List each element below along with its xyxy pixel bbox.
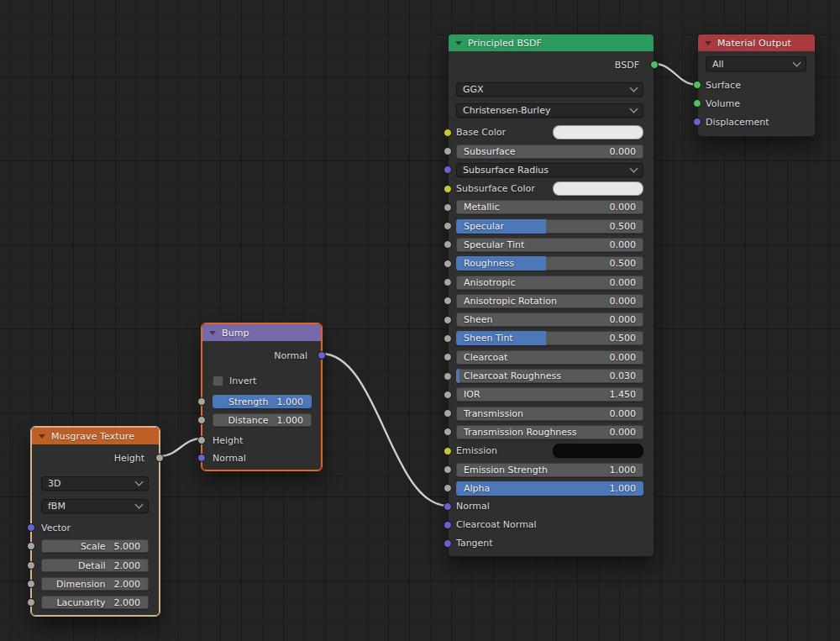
principled-bsdf-slider-sheen-tint[interactable]: Sheen Tint0.500: [456, 331, 643, 345]
musgrave-texture-dropdown-fbm[interactable]: fBM: [41, 499, 149, 513]
wire-bump-normal-to-principled-bsdf-normal: [322, 354, 448, 506]
musgrave-texture-input-scale-socket[interactable]: [27, 542, 35, 550]
material-output-node[interactable]: Material OutputAllSurfaceVolumeDisplacem…: [697, 34, 816, 137]
bump-input-distance-socket[interactable]: [197, 416, 206, 424]
bump-node[interactable]: BumpNormalInvertStrength1.000Distance1.0…: [202, 323, 322, 470]
principled-bsdf-color-swatch-emission[interactable]: [553, 444, 643, 458]
principled-bsdf-input-base-color-socket[interactable]: [444, 129, 452, 137]
musgrave-texture-input-row-vector: Vector: [41, 520, 149, 535]
principled-bsdf-color-swatch-subsurface-color[interactable]: [553, 181, 643, 196]
principled-bsdf-input-subsurface-color-socket[interactable]: [444, 185, 452, 193]
material-output-row-dropdown: All: [706, 56, 806, 71]
bump-input-normal-socket[interactable]: [197, 454, 206, 462]
collapse-triangle-icon[interactable]: [39, 434, 45, 439]
bump-slider-distance[interactable]: Distance1.000: [213, 413, 312, 427]
musgrave-texture-output-height-socket[interactable]: [155, 454, 164, 462]
principled-bsdf-slider-anisotropic-rotation[interactable]: Anisotropic Rotation0.000: [456, 294, 643, 308]
principled-bsdf-slider-transmission-roughness[interactable]: Transmission Roughness0.000: [456, 425, 643, 439]
bump-input-height-socket[interactable]: [197, 436, 206, 444]
principled-bsdf-node[interactable]: Principled BSDFBSDFGGXChristensen-Burley…: [448, 34, 654, 557]
slider-label: Distance: [228, 415, 268, 426]
bump-input-row-normal: Normal: [213, 450, 312, 465]
principled-bsdf-slider-clearcoat[interactable]: Clearcoat0.000: [456, 350, 643, 365]
principled-bsdf-row-base-color: Base Color: [456, 125, 643, 139]
principled-bsdf-dropdown-christensen-burley[interactable]: Christensen-Burley: [456, 103, 643, 118]
slider-label: Anisotropic Rotation: [464, 296, 557, 307]
musgrave-texture-slider-scale[interactable]: Scale5.000: [41, 539, 149, 553]
principled-bsdf-output-bsdf-socket[interactable]: [650, 60, 659, 69]
principled-bsdf-input-anisotropic-rotation-socket[interactable]: [444, 297, 452, 305]
slider-value: 5.000: [114, 541, 141, 552]
bump-input-strength-socket[interactable]: [197, 397, 206, 406]
principled-bsdf-input-specular-socket[interactable]: [444, 222, 452, 230]
node-editor-canvas[interactable]: Musgrave TextureHeight3DfBMVectorScale5.…: [0, 0, 840, 641]
principled-bsdf-slider-transmission[interactable]: Transmission0.000: [456, 407, 643, 421]
principled-bsdf-input-clearcoat-normal-socket[interactable]: [444, 521, 452, 529]
principled-bsdf-input-clearcoat-roughness-socket[interactable]: [444, 372, 452, 381]
musgrave-texture-slider-detail[interactable]: Detail2.000: [41, 559, 149, 572]
musgrave-texture-header[interactable]: Musgrave Texture: [32, 428, 159, 444]
principled-bsdf-slider-specular-tint[interactable]: Specular Tint0.000: [456, 238, 643, 252]
principled-bsdf-input-emission-socket[interactable]: [444, 447, 452, 455]
principled-bsdf-slider-sheen[interactable]: Sheen0.000: [456, 313, 643, 327]
slider-value: 1.450: [610, 389, 637, 400]
collapse-triangle-icon[interactable]: [209, 331, 216, 335]
slider-value: 0.000: [610, 239, 637, 250]
principled-bsdf-slider-anisotropic[interactable]: Anisotropic0.000: [456, 276, 643, 290]
principled-bsdf-dropdown-subsurface-radius[interactable]: Subsurface Radius: [456, 163, 643, 177]
musgrave-texture-slider-lacunarity[interactable]: Lacunarity2.000: [41, 596, 149, 609]
musgrave-texture-slider-dimension[interactable]: Dimension2.000: [41, 577, 149, 591]
musgrave-texture-input-vector-socket[interactable]: [27, 523, 35, 532]
principled-bsdf-slider-alpha[interactable]: Alpha1.000: [456, 481, 643, 496]
musgrave-texture-input-lacunarity-socket[interactable]: [27, 598, 35, 607]
principled-bsdf-input-clearcoat-socket[interactable]: [444, 353, 452, 361]
principled-bsdf-input-roughness-socket[interactable]: [444, 260, 452, 268]
material-output-input-volume-socket[interactable]: [693, 99, 701, 108]
material-output-input-displacement-socket[interactable]: [693, 118, 701, 126]
principled-bsdf-dropdown-ggx[interactable]: GGX: [456, 82, 643, 97]
musgrave-texture-node[interactable]: Musgrave TextureHeight3DfBMVectorScale5.…: [31, 427, 160, 616]
principled-bsdf-slider-emission-strength[interactable]: Emission Strength1.000: [456, 463, 643, 477]
material-output-header[interactable]: Material Output: [698, 34, 815, 51]
principled-bsdf-slider-subsurface[interactable]: Subsurface0.000: [456, 144, 643, 159]
bump-slider-strength[interactable]: Strength1.000: [213, 395, 312, 408]
principled-bsdf-slider-specular[interactable]: Specular0.500: [456, 219, 643, 234]
principled-bsdf-input-tangent-socket[interactable]: [444, 539, 452, 548]
dropdown-value: fBM: [48, 501, 66, 512]
principled-bsdf-input-sheen-socket[interactable]: [444, 316, 452, 324]
musgrave-texture-input-detail-socket[interactable]: [27, 561, 35, 570]
principled-bsdf-input-anisotropic-socket[interactable]: [444, 278, 452, 286]
chevron-down-icon: [135, 501, 144, 509]
principled-bsdf-row-subsurface: Subsurface0.000: [456, 144, 643, 159]
principled-bsdf-input-metallic-socket[interactable]: [444, 203, 452, 212]
collapse-triangle-icon[interactable]: [455, 41, 462, 45]
principled-bsdf-color-swatch-base-color[interactable]: [553, 125, 643, 139]
musgrave-texture-dropdown-3d[interactable]: 3D: [41, 476, 149, 491]
principled-bsdf-input-emission-strength-socket[interactable]: [444, 465, 452, 474]
principled-bsdf-input-specular-tint-socket[interactable]: [444, 240, 452, 249]
slider-value: 0.000: [610, 202, 637, 213]
material-output-dropdown-all[interactable]: All: [706, 56, 806, 71]
material-output-input-surface-socket[interactable]: [693, 81, 701, 89]
chevron-down-icon: [630, 105, 638, 113]
principled-bsdf-input-sheen-tint-socket[interactable]: [444, 334, 452, 343]
musgrave-texture-input-dimension-socket[interactable]: [27, 580, 35, 588]
principled-bsdf-slider-ior[interactable]: IOR1.450: [456, 387, 643, 402]
principled-bsdf-slider-roughness[interactable]: Roughness0.500: [456, 256, 643, 271]
principled-bsdf-row-clearcoat-roughness: Clearcoat Roughness0.030: [456, 369, 643, 383]
principled-bsdf-input-subsurface-socket[interactable]: [444, 147, 452, 155]
principled-bsdf-input-subsurface-radius-socket[interactable]: [444, 166, 452, 174]
principled-bsdf-input-normal-socket[interactable]: [444, 502, 452, 511]
bump-checkbox-invert[interactable]: [213, 376, 223, 386]
collapse-triangle-icon[interactable]: [705, 41, 711, 45]
principled-bsdf-header[interactable]: Principled BSDF: [449, 34, 654, 51]
principled-bsdf-input-transmission-roughness-socket[interactable]: [444, 428, 452, 436]
principled-bsdf-input-transmission-socket[interactable]: [444, 409, 452, 418]
principled-bsdf-input-alpha-socket[interactable]: [444, 484, 452, 492]
principled-bsdf-input-ior-socket[interactable]: [444, 391, 452, 399]
input-label: Height: [213, 435, 243, 446]
principled-bsdf-slider-clearcoat-roughness[interactable]: Clearcoat Roughness0.030: [456, 369, 643, 383]
principled-bsdf-slider-metallic[interactable]: Metallic0.000: [456, 200, 643, 214]
bump-header[interactable]: Bump: [202, 324, 321, 341]
bump-output-normal-socket[interactable]: [318, 351, 326, 360]
